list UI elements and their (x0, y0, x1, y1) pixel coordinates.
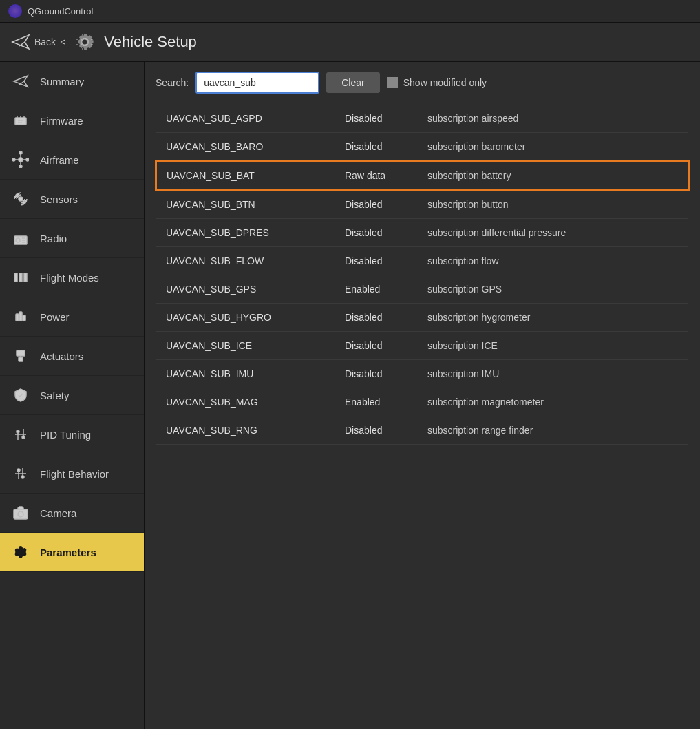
param-value[interactable]: Disabled (335, 304, 418, 332)
sidebar-item-firmware[interactable]: Firmware (0, 101, 144, 140)
app-logo (8, 4, 22, 18)
param-value[interactable]: Disabled (335, 190, 418, 219)
main-layout: Summary Firmware (0, 62, 700, 729)
table-row[interactable]: UAVCAN_SUB_FLOWDisabledsubscription flow (156, 247, 688, 275)
svg-point-42 (21, 476, 24, 478)
svg-rect-5 (15, 118, 26, 125)
table-row[interactable]: UAVCAN_SUB_HYGRODisabledsubscription hyg… (156, 304, 688, 332)
sidebar-item-label: Sensors (40, 193, 78, 205)
back-label[interactable]: Back (34, 36, 56, 47)
svg-rect-30 (19, 357, 23, 361)
param-name: UAVCAN_SUB_IMU (156, 360, 335, 388)
parameters-icon (11, 542, 30, 562)
param-description: subscription GPS (418, 275, 688, 304)
param-value[interactable]: Disabled (335, 360, 418, 388)
sidebar: Summary Firmware (0, 62, 145, 729)
param-description: subscription airspeed (418, 105, 688, 133)
power-icon (11, 307, 30, 326)
back-plane-icon (11, 32, 30, 52)
table-row[interactable]: UAVCAN_SUB_IMUDisabledsubscription IMU (156, 360, 688, 388)
table-row[interactable]: UAVCAN_SUB_GPSEnabledsubscription GPS (156, 275, 688, 304)
param-name: UAVCAN_SUB_RNG (156, 416, 335, 445)
sidebar-item-flight-modes[interactable]: Flight Modes (0, 258, 144, 297)
param-description: subscription IMU (418, 360, 688, 388)
param-description: subscription range finder (418, 416, 688, 445)
table-row[interactable]: UAVCAN_SUB_DPRESDisabledsubscription dif… (156, 219, 688, 247)
page-title: Vehicle Setup (104, 33, 197, 51)
plane-icon (11, 72, 30, 91)
table-row[interactable]: UAVCAN_SUB_BATRaw datasubscription batte… (156, 161, 688, 190)
table-row[interactable]: UAVCAN_SUB_RNGDisabledsubscription range… (156, 416, 688, 445)
param-value[interactable]: Raw data (335, 161, 418, 190)
sidebar-item-label: Summary (40, 76, 84, 87)
title-bar: QGroundControl (0, 0, 700, 23)
param-value[interactable]: Disabled (335, 416, 418, 445)
sidebar-item-actuators[interactable]: Actuators (0, 337, 144, 376)
show-modified-label: Show modified only (403, 77, 487, 88)
param-description: subscription magnetometer (418, 388, 688, 416)
content-area: Search: Clear Show modified only UAVCAN_… (145, 62, 700, 729)
param-name: UAVCAN_SUB_BTN (156, 190, 335, 219)
sensors-icon (11, 189, 30, 209)
param-name: UAVCAN_SUB_HYGRO (156, 304, 335, 332)
sidebar-item-flight-behavior[interactable]: Flight Behavior (0, 454, 144, 494)
param-name: UAVCAN_SUB_FLOW (156, 247, 335, 275)
param-description: subscription differential pressure (418, 219, 688, 247)
svg-rect-26 (16, 314, 19, 321)
sidebar-item-parameters[interactable]: Parameters (0, 533, 144, 572)
svg-point-17 (19, 165, 22, 168)
back-button[interactable]: Back < (11, 32, 65, 52)
svg-rect-28 (23, 315, 25, 321)
sidebar-item-label: Parameters (40, 547, 96, 558)
param-description: subscription barometer (418, 133, 688, 162)
param-value[interactable]: Disabled (335, 219, 418, 247)
radio-icon (11, 229, 30, 248)
svg-marker-0 (12, 35, 29, 49)
app-title: QGroundControl (28, 6, 93, 17)
param-value[interactable]: Disabled (335, 133, 418, 162)
sidebar-item-sensors[interactable]: Sensors (0, 180, 144, 219)
param-value[interactable]: Enabled (335, 388, 418, 416)
sidebar-item-airframe[interactable]: Airframe (0, 140, 144, 180)
svg-rect-29 (17, 350, 25, 356)
sidebar-item-safety[interactable]: Safety (0, 376, 144, 415)
header: Back < Vehicle Setup (0, 23, 700, 62)
sidebar-item-label: PID Tuning (40, 429, 91, 441)
firmware-icon (11, 111, 30, 130)
sidebar-item-pid-tuning[interactable]: PID Tuning (0, 415, 144, 454)
table-row[interactable]: UAVCAN_SUB_BTNDisabledsubscription butto… (156, 190, 688, 219)
sidebar-item-label: Radio (40, 233, 67, 244)
camera-icon (11, 503, 30, 522)
param-value[interactable]: Enabled (335, 275, 418, 304)
show-modified-container: Show modified only (387, 77, 487, 88)
param-name: UAVCAN_SUB_DPRES (156, 219, 335, 247)
param-name: UAVCAN_SUB_ASPD (156, 105, 335, 133)
table-row[interactable]: UAVCAN_SUB_ICEDisabledsubscription ICE (156, 332, 688, 360)
param-value[interactable]: Disabled (335, 105, 418, 133)
table-row[interactable]: UAVCAN_SUB_BARODisabledsubscription baro… (156, 133, 688, 162)
param-value[interactable]: Disabled (335, 247, 418, 275)
actuators-icon (11, 346, 30, 366)
table-row[interactable]: UAVCAN_SUB_MAGEnabledsubscription magnet… (156, 388, 688, 416)
svg-point-35 (17, 430, 19, 433)
svg-point-22 (16, 238, 20, 242)
svg-point-45 (18, 511, 23, 517)
search-label: Search: (156, 77, 189, 88)
search-input[interactable] (195, 72, 319, 94)
clear-button[interactable]: Clear (326, 72, 379, 93)
param-value[interactable]: Disabled (335, 332, 418, 360)
param-name: UAVCAN_SUB_ICE (156, 332, 335, 360)
sidebar-item-label: Actuators (40, 350, 83, 362)
param-name: UAVCAN_SUB_BARO (156, 133, 335, 162)
show-modified-checkbox[interactable] (387, 77, 398, 88)
parameters-table: UAVCAN_SUB_ASPDDisabledsubscription airs… (156, 105, 689, 445)
param-description: subscription battery (418, 161, 688, 190)
param-description: subscription ICE (418, 332, 688, 360)
table-row[interactable]: UAVCAN_SUB_ASPDDisabledsubscription airs… (156, 105, 688, 133)
sidebar-item-power[interactable]: Power (0, 297, 144, 337)
sidebar-item-summary[interactable]: Summary (0, 62, 144, 101)
sidebar-item-radio[interactable]: Radio (0, 219, 144, 258)
svg-point-18 (12, 158, 15, 161)
sidebar-item-label: Airframe (40, 154, 79, 166)
sidebar-item-camera[interactable]: Camera (0, 494, 144, 533)
